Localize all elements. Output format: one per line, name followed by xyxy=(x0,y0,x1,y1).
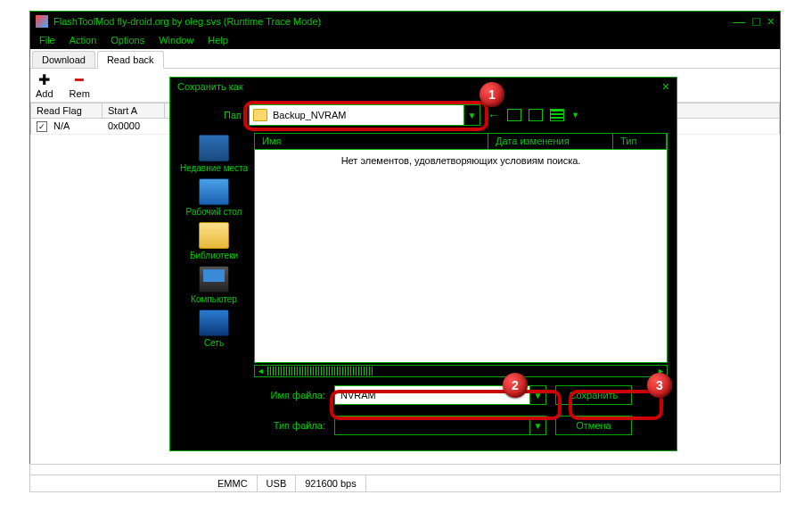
col-readflag[interactable]: Read Flag xyxy=(31,103,103,118)
remove-button[interactable]: ━ Rem xyxy=(70,72,90,99)
sidebar-network-label: Сеть xyxy=(204,338,224,348)
file-list-area: Имя Дата изменения Тип Нет элементов, уд… xyxy=(254,133,668,363)
tab-download[interactable]: Download xyxy=(32,51,95,68)
dialog-title: Сохранить как xyxy=(177,81,243,92)
filetype-label: Тип файла: xyxy=(254,420,325,431)
close-button[interactable]: × xyxy=(767,14,775,29)
desktop-icon xyxy=(199,178,229,205)
callout-badge-2: 2 xyxy=(503,373,528,398)
app-titlebar: FlashToolMod fly-droid.org by oleg.svs (… xyxy=(30,12,780,31)
row-flag: N/A xyxy=(53,120,70,131)
plus-icon: ✚ xyxy=(37,72,53,88)
chevron-down-icon[interactable]: ▼ xyxy=(529,417,545,434)
app-menubar: File Action Options Window Help xyxy=(30,31,780,49)
filehdr-name[interactable]: Имя xyxy=(255,134,488,149)
folder-value: Backup_NVRAM xyxy=(273,110,347,120)
minus-icon: ━ xyxy=(71,72,87,88)
sidebar-computer[interactable]: Компьютер xyxy=(191,266,237,304)
save-button[interactable]: Сохранить xyxy=(555,385,632,405)
callout-badge-3: 3 xyxy=(647,373,672,398)
add-label: Add xyxy=(36,88,53,99)
filetype-combo[interactable]: ▼ xyxy=(334,416,546,435)
menu-window[interactable]: Window xyxy=(159,35,193,45)
remove-label: Rem xyxy=(70,88,90,99)
view-dropdown-icon[interactable]: ▼ xyxy=(571,111,579,120)
folder-combo[interactable]: Backup_NVRAM ▼ xyxy=(249,104,480,126)
status-conn: USB xyxy=(258,475,297,491)
app-title: FlashToolMod fly-droid.org by oleg.svs (… xyxy=(53,16,733,27)
folder-icon xyxy=(253,109,267,121)
status-baud: 921600 bps xyxy=(296,475,366,491)
filehdr-date[interactable]: Дата изменения xyxy=(488,134,613,149)
menu-action[interactable]: Action xyxy=(70,35,97,45)
view-mode-icon[interactable] xyxy=(550,109,564,121)
horizontal-scrollbar[interactable] xyxy=(254,365,668,377)
checkbox-icon[interactable]: ✓ xyxy=(37,121,47,132)
menu-file[interactable]: File xyxy=(39,35,55,45)
chevron-down-icon[interactable]: ▼ xyxy=(463,105,480,125)
computer-icon xyxy=(199,266,229,293)
chevron-down-icon[interactable]: ▼ xyxy=(529,386,545,404)
sidebar-desktop-label: Рабочий стол xyxy=(186,207,242,217)
menu-help[interactable]: Help xyxy=(208,35,228,45)
minimize-button[interactable]: — xyxy=(733,14,745,29)
col-startaddr[interactable]: Start A xyxy=(103,103,165,118)
menu-options[interactable]: Options xyxy=(111,35,144,45)
filehdr-type[interactable]: Тип xyxy=(613,134,667,149)
folder-label: Пап xyxy=(179,110,242,120)
back-icon[interactable]: ← xyxy=(488,108,500,122)
app-icon xyxy=(36,15,48,28)
tab-readback[interactable]: Read back xyxy=(97,51,164,69)
libraries-icon xyxy=(199,222,229,249)
status-storage: EMMC xyxy=(209,475,258,491)
sidebar-libraries[interactable]: Библиотеки xyxy=(190,222,238,260)
filename-value: NVRAM xyxy=(340,390,376,400)
row-start: 0x0000 xyxy=(103,119,165,134)
file-list-empty: Нет элементов, удовлетворяющих условиям … xyxy=(255,150,667,362)
sidebar-recent[interactable]: Недавние места xyxy=(180,135,248,173)
filename-label: Имя файла: xyxy=(254,390,325,400)
sidebar-desktop[interactable]: Рабочий стол xyxy=(186,178,242,217)
recent-places-icon xyxy=(199,135,229,161)
sidebar-computer-label: Компьютер xyxy=(191,294,237,304)
dialog-close-button[interactable]: × xyxy=(662,79,669,94)
callout-badge-1: 1 xyxy=(480,82,504,107)
sidebar-network[interactable]: Сеть xyxy=(199,309,229,348)
sidebar-libraries-label: Библиотеки xyxy=(190,251,238,260)
add-button[interactable]: ✚ Add xyxy=(36,72,53,99)
save-dialog: Сохранить как × Пап Backup_NVRAM ▼ ← ▼ xyxy=(169,77,677,451)
scrollbar-thumb[interactable] xyxy=(267,367,374,375)
cancel-button[interactable]: Отмена xyxy=(555,416,632,435)
up-folder-icon[interactable] xyxy=(507,109,521,121)
sidebar-recent-label: Недавние места xyxy=(180,163,248,173)
network-icon xyxy=(199,309,229,336)
maximize-button[interactable]: □ xyxy=(752,14,759,29)
new-folder-icon[interactable] xyxy=(529,109,543,121)
status-bar: EMMC USB 921600 bps xyxy=(29,464,781,492)
